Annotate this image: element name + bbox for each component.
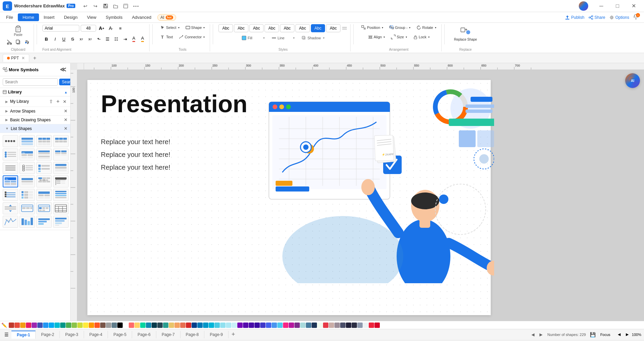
color-swatch[interactable] xyxy=(134,323,140,328)
color-swatch[interactable] xyxy=(237,323,243,328)
style-swatch-3[interactable]: Abc xyxy=(249,24,264,32)
color-swatch[interactable] xyxy=(152,323,157,328)
shape-thumb-11[interactable] xyxy=(36,162,52,174)
bold-button[interactable]: B xyxy=(42,35,50,43)
color-swatch[interactable] xyxy=(157,323,163,328)
replace-shape-button[interactable]: Replace Shape xyxy=(450,24,481,44)
close-basic-btn[interactable]: ✕ xyxy=(64,117,68,122)
user-avatar[interactable] xyxy=(579,1,588,11)
arrow-shapes-item[interactable]: ▶ Arrow Shapes ✕ xyxy=(0,107,70,116)
color-swatch[interactable] xyxy=(260,323,266,328)
color-swatch[interactable] xyxy=(374,323,380,328)
color-swatch[interactable] xyxy=(163,323,168,328)
color-swatch[interactable] xyxy=(352,323,357,328)
page-tab-2[interactable]: Page-2 xyxy=(36,331,60,338)
text-direction-button[interactable]: ⬑ xyxy=(95,35,103,43)
close-list-btn[interactable]: ✕ xyxy=(64,126,68,131)
library-header[interactable]: Library ▲ xyxy=(0,88,70,96)
ai-float-button[interactable]: AI xyxy=(625,73,640,88)
color-swatch[interactable] xyxy=(226,323,231,328)
font-name-input[interactable] xyxy=(42,25,79,32)
file-tab[interactable]: PPT ✕ xyxy=(3,54,29,62)
color-swatch[interactable] xyxy=(220,323,226,328)
maximize-button[interactable]: □ xyxy=(610,1,625,11)
menu-home[interactable]: Home xyxy=(18,13,39,21)
save-button[interactable] xyxy=(101,1,110,11)
page-tab-9[interactable]: Page-9 xyxy=(204,331,229,338)
publish-button[interactable]: Publish xyxy=(565,15,584,20)
shadow-button[interactable]: Shadow ▾ xyxy=(299,35,327,41)
color-swatch[interactable] xyxy=(254,323,260,328)
color-swatch[interactable] xyxy=(140,323,146,328)
position-button[interactable]: Position ▾ xyxy=(359,24,386,31)
color-swatch[interactable] xyxy=(43,323,48,328)
color-swatch[interactable] xyxy=(369,323,374,328)
shape-thumb-19[interactable] xyxy=(36,189,52,201)
import-library-button[interactable]: ⇧ xyxy=(48,98,54,104)
color-swatch[interactable] xyxy=(112,323,117,328)
add-page-button[interactable]: + xyxy=(229,330,238,339)
strikethrough-button[interactable]: S xyxy=(69,35,77,43)
shape-thumb-27[interactable] xyxy=(36,216,52,228)
shape-button[interactable]: Shape ▾ xyxy=(183,24,207,31)
basic-drawing-item[interactable]: ▶ Basic Drawing Shapes ✕ xyxy=(0,116,70,124)
color-swatch[interactable] xyxy=(186,323,191,328)
shape-thumb-5[interactable] xyxy=(3,148,18,161)
shape-thumb-21[interactable] xyxy=(3,202,18,214)
shape-thumb-16[interactable] xyxy=(53,175,69,187)
color-swatch[interactable] xyxy=(289,323,294,328)
list-shapes-item[interactable]: ▼ List Shapes ✕ xyxy=(0,124,70,133)
shape-thumb-15[interactable] xyxy=(36,175,52,187)
menu-file[interactable]: File xyxy=(1,13,18,21)
shape-thumb-13[interactable]: Abc xyxy=(3,175,18,187)
color-swatch[interactable] xyxy=(49,323,54,328)
group-button[interactable]: Group - ▾ xyxy=(387,24,413,31)
prev-page-button[interactable]: ◀ xyxy=(529,331,537,338)
indent-button[interactable]: ⇥ xyxy=(121,35,129,43)
color-swatch[interactable] xyxy=(77,323,83,328)
close-library-button[interactable]: ✕ xyxy=(62,99,68,104)
select-button[interactable]: Select ▾ xyxy=(158,24,182,31)
color-swatch[interactable] xyxy=(37,323,43,328)
color-swatch[interactable] xyxy=(94,323,100,328)
superscript-button[interactable]: x2 xyxy=(77,35,85,43)
color-swatch[interactable] xyxy=(26,323,31,328)
shape-thumb-3[interactable] xyxy=(36,135,52,147)
menu-view[interactable]: View xyxy=(82,13,101,21)
search-input[interactable] xyxy=(3,78,58,86)
style-swatch-2[interactable]: Abc xyxy=(234,24,248,32)
shape-thumb-4[interactable] xyxy=(53,135,69,147)
color-swatch[interactable] xyxy=(357,323,363,328)
color-swatch[interactable] xyxy=(146,323,151,328)
align-button[interactable]: ≡ xyxy=(116,24,124,32)
color-swatch[interactable] xyxy=(9,323,14,328)
size-button[interactable]: Size ▾ xyxy=(389,34,409,40)
shape-thumb-9[interactable] xyxy=(3,162,18,174)
page-tab-1[interactable]: Page-1 xyxy=(11,331,36,339)
shape-thumb-6[interactable]: Abc xyxy=(19,148,35,161)
page-tab-4[interactable]: Page-4 xyxy=(84,331,108,338)
color-swatch[interactable] xyxy=(277,323,283,328)
highlight-button[interactable]: A xyxy=(138,35,147,43)
bullet-list-button[interactable]: ☰ xyxy=(104,35,112,43)
open-button[interactable] xyxy=(111,1,120,11)
menu-advanced[interactable]: Advanced xyxy=(127,13,156,21)
color-swatch[interactable] xyxy=(89,323,94,328)
shape-thumb-28[interactable] xyxy=(53,216,69,228)
format-painter-button[interactable] xyxy=(23,39,31,45)
next-page-button[interactable]: ▶ xyxy=(537,331,545,338)
color-swatch[interactable] xyxy=(266,323,271,328)
toggle-panel-button[interactable]: ☰ xyxy=(3,331,10,338)
shape-thumb-18[interactable] xyxy=(19,189,35,201)
color-swatch[interactable] xyxy=(334,323,340,328)
color-swatch[interactable] xyxy=(317,323,323,328)
color-swatch[interactable] xyxy=(329,323,334,328)
page-tab-8[interactable]: Page-8 xyxy=(180,331,205,338)
color-swatch[interactable] xyxy=(72,323,77,328)
color-swatch[interactable] xyxy=(66,323,71,328)
align-arrange-button[interactable]: Align ▾ xyxy=(366,34,387,40)
color-swatch[interactable] xyxy=(312,323,317,328)
shape-thumb-7[interactable] xyxy=(36,148,52,161)
color-swatch[interactable] xyxy=(214,323,220,328)
color-swatch[interactable] xyxy=(100,323,106,328)
